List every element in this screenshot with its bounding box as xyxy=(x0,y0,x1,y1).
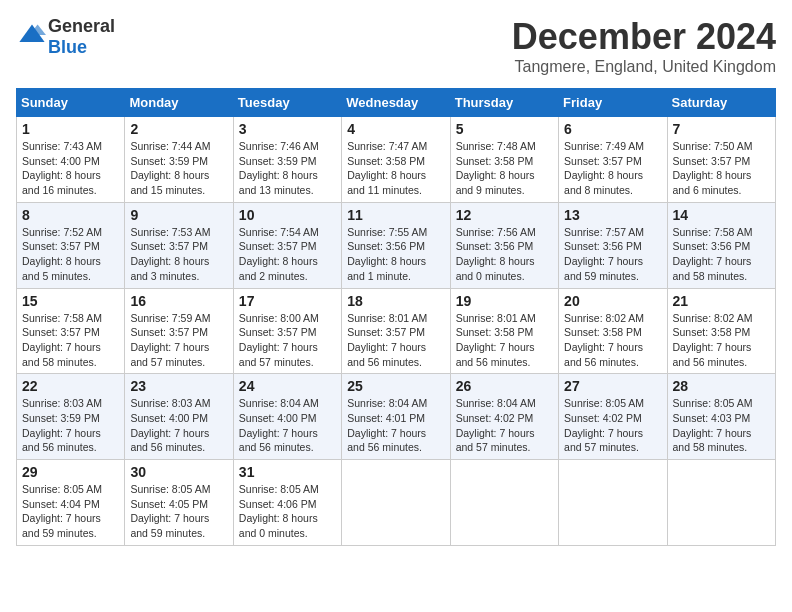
day-number: 6 xyxy=(564,121,661,137)
day-number: 12 xyxy=(456,207,553,223)
day-number: 22 xyxy=(22,378,119,394)
logo-general-text: General xyxy=(48,16,115,36)
month-title: December 2024 xyxy=(512,16,776,58)
day-info: Sunrise: 8:01 AMSunset: 3:57 PMDaylight:… xyxy=(347,312,427,368)
day-info: Sunrise: 7:55 AMSunset: 3:56 PMDaylight:… xyxy=(347,226,427,282)
day-info: Sunrise: 8:00 AMSunset: 3:57 PMDaylight:… xyxy=(239,312,319,368)
day-number: 16 xyxy=(130,293,227,309)
calendar-cell xyxy=(342,460,450,546)
day-info: Sunrise: 7:58 AMSunset: 3:56 PMDaylight:… xyxy=(673,226,753,282)
calendar-cell: 23Sunrise: 8:03 AMSunset: 4:00 PMDayligh… xyxy=(125,374,233,460)
calendar-cell: 29Sunrise: 8:05 AMSunset: 4:04 PMDayligh… xyxy=(17,460,125,546)
column-header-thursday: Thursday xyxy=(450,89,558,117)
calendar-cell: 20Sunrise: 8:02 AMSunset: 3:58 PMDayligh… xyxy=(559,288,667,374)
day-number: 20 xyxy=(564,293,661,309)
day-info: Sunrise: 7:44 AMSunset: 3:59 PMDaylight:… xyxy=(130,140,210,196)
day-info: Sunrise: 8:05 AMSunset: 4:02 PMDaylight:… xyxy=(564,397,644,453)
day-number: 30 xyxy=(130,464,227,480)
calendar-cell: 24Sunrise: 8:04 AMSunset: 4:00 PMDayligh… xyxy=(233,374,341,460)
calendar-cell: 8Sunrise: 7:52 AMSunset: 3:57 PMDaylight… xyxy=(17,202,125,288)
page-header: General Blue December 2024 Tangmere, Eng… xyxy=(16,16,776,76)
day-number: 5 xyxy=(456,121,553,137)
day-info: Sunrise: 7:58 AMSunset: 3:57 PMDaylight:… xyxy=(22,312,102,368)
column-header-sunday: Sunday xyxy=(17,89,125,117)
calendar-cell: 30Sunrise: 8:05 AMSunset: 4:05 PMDayligh… xyxy=(125,460,233,546)
calendar-cell: 27Sunrise: 8:05 AMSunset: 4:02 PMDayligh… xyxy=(559,374,667,460)
calendar-cell: 14Sunrise: 7:58 AMSunset: 3:56 PMDayligh… xyxy=(667,202,775,288)
day-number: 25 xyxy=(347,378,444,394)
day-info: Sunrise: 7:53 AMSunset: 3:57 PMDaylight:… xyxy=(130,226,210,282)
column-header-friday: Friday xyxy=(559,89,667,117)
calendar-cell: 26Sunrise: 8:04 AMSunset: 4:02 PMDayligh… xyxy=(450,374,558,460)
day-number: 3 xyxy=(239,121,336,137)
calendar-cell: 18Sunrise: 8:01 AMSunset: 3:57 PMDayligh… xyxy=(342,288,450,374)
calendar-cell xyxy=(667,460,775,546)
day-info: Sunrise: 7:47 AMSunset: 3:58 PMDaylight:… xyxy=(347,140,427,196)
calendar-cell: 4Sunrise: 7:47 AMSunset: 3:58 PMDaylight… xyxy=(342,117,450,203)
day-info: Sunrise: 7:43 AMSunset: 4:00 PMDaylight:… xyxy=(22,140,102,196)
day-number: 23 xyxy=(130,378,227,394)
logo-blue-text: Blue xyxy=(48,37,87,57)
day-number: 1 xyxy=(22,121,119,137)
day-number: 24 xyxy=(239,378,336,394)
day-info: Sunrise: 7:54 AMSunset: 3:57 PMDaylight:… xyxy=(239,226,319,282)
calendar-cell: 3Sunrise: 7:46 AMSunset: 3:59 PMDaylight… xyxy=(233,117,341,203)
day-number: 8 xyxy=(22,207,119,223)
day-number: 15 xyxy=(22,293,119,309)
day-info: Sunrise: 7:50 AMSunset: 3:57 PMDaylight:… xyxy=(673,140,753,196)
day-number: 29 xyxy=(22,464,119,480)
day-info: Sunrise: 7:46 AMSunset: 3:59 PMDaylight:… xyxy=(239,140,319,196)
calendar-cell: 31Sunrise: 8:05 AMSunset: 4:06 PMDayligh… xyxy=(233,460,341,546)
day-info: Sunrise: 8:05 AMSunset: 4:06 PMDaylight:… xyxy=(239,483,319,539)
day-info: Sunrise: 8:02 AMSunset: 3:58 PMDaylight:… xyxy=(564,312,644,368)
column-header-wednesday: Wednesday xyxy=(342,89,450,117)
day-info: Sunrise: 8:03 AMSunset: 4:00 PMDaylight:… xyxy=(130,397,210,453)
title-area: December 2024 Tangmere, England, United … xyxy=(512,16,776,76)
calendar-cell: 12Sunrise: 7:56 AMSunset: 3:56 PMDayligh… xyxy=(450,202,558,288)
calendar-cell: 6Sunrise: 7:49 AMSunset: 3:57 PMDaylight… xyxy=(559,117,667,203)
calendar-cell: 7Sunrise: 7:50 AMSunset: 3:57 PMDaylight… xyxy=(667,117,775,203)
day-number: 19 xyxy=(456,293,553,309)
calendar-cell: 17Sunrise: 8:00 AMSunset: 3:57 PMDayligh… xyxy=(233,288,341,374)
day-number: 4 xyxy=(347,121,444,137)
calendar-cell: 5Sunrise: 7:48 AMSunset: 3:58 PMDaylight… xyxy=(450,117,558,203)
logo: General Blue xyxy=(16,16,115,58)
day-info: Sunrise: 8:05 AMSunset: 4:05 PMDaylight:… xyxy=(130,483,210,539)
day-info: Sunrise: 8:02 AMSunset: 3:58 PMDaylight:… xyxy=(673,312,753,368)
day-number: 17 xyxy=(239,293,336,309)
day-number: 21 xyxy=(673,293,770,309)
day-info: Sunrise: 7:48 AMSunset: 3:58 PMDaylight:… xyxy=(456,140,536,196)
calendar-cell: 11Sunrise: 7:55 AMSunset: 3:56 PMDayligh… xyxy=(342,202,450,288)
calendar-cell: 9Sunrise: 7:53 AMSunset: 3:57 PMDaylight… xyxy=(125,202,233,288)
day-info: Sunrise: 7:52 AMSunset: 3:57 PMDaylight:… xyxy=(22,226,102,282)
calendar-cell: 19Sunrise: 8:01 AMSunset: 3:58 PMDayligh… xyxy=(450,288,558,374)
day-number: 2 xyxy=(130,121,227,137)
day-number: 7 xyxy=(673,121,770,137)
day-number: 28 xyxy=(673,378,770,394)
calendar-cell: 13Sunrise: 7:57 AMSunset: 3:56 PMDayligh… xyxy=(559,202,667,288)
day-number: 26 xyxy=(456,378,553,394)
calendar-cell: 21Sunrise: 8:02 AMSunset: 3:58 PMDayligh… xyxy=(667,288,775,374)
location-title: Tangmere, England, United Kingdom xyxy=(512,58,776,76)
column-header-tuesday: Tuesday xyxy=(233,89,341,117)
calendar-cell xyxy=(450,460,558,546)
day-info: Sunrise: 8:04 AMSunset: 4:01 PMDaylight:… xyxy=(347,397,427,453)
day-number: 14 xyxy=(673,207,770,223)
calendar-cell: 25Sunrise: 8:04 AMSunset: 4:01 PMDayligh… xyxy=(342,374,450,460)
calendar-cell: 10Sunrise: 7:54 AMSunset: 3:57 PMDayligh… xyxy=(233,202,341,288)
day-number: 10 xyxy=(239,207,336,223)
calendar-cell: 28Sunrise: 8:05 AMSunset: 4:03 PMDayligh… xyxy=(667,374,775,460)
day-info: Sunrise: 7:56 AMSunset: 3:56 PMDaylight:… xyxy=(456,226,536,282)
day-number: 27 xyxy=(564,378,661,394)
day-number: 9 xyxy=(130,207,227,223)
day-info: Sunrise: 8:04 AMSunset: 4:02 PMDaylight:… xyxy=(456,397,536,453)
day-info: Sunrise: 8:04 AMSunset: 4:00 PMDaylight:… xyxy=(239,397,319,453)
day-number: 11 xyxy=(347,207,444,223)
day-info: Sunrise: 7:57 AMSunset: 3:56 PMDaylight:… xyxy=(564,226,644,282)
day-info: Sunrise: 7:49 AMSunset: 3:57 PMDaylight:… xyxy=(564,140,644,196)
day-info: Sunrise: 8:01 AMSunset: 3:58 PMDaylight:… xyxy=(456,312,536,368)
day-info: Sunrise: 7:59 AMSunset: 3:57 PMDaylight:… xyxy=(130,312,210,368)
calendar-cell xyxy=(559,460,667,546)
column-header-saturday: Saturday xyxy=(667,89,775,117)
day-number: 18 xyxy=(347,293,444,309)
